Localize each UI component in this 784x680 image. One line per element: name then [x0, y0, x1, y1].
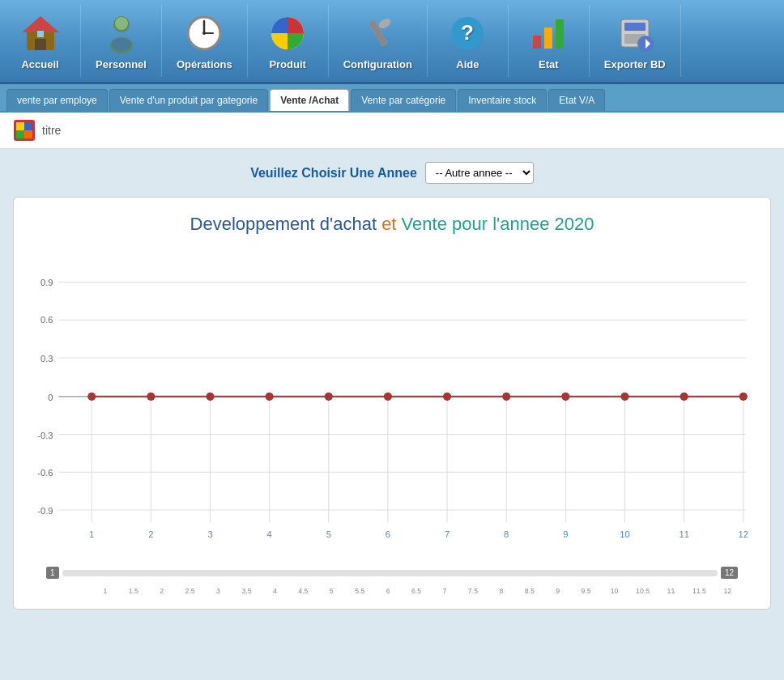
data-point-3 [206, 393, 214, 401]
data-point-1 [87, 393, 96, 401]
scroll-bar-row: 1 12 [30, 567, 754, 579]
nav-configuration[interactable]: Configuration [329, 5, 428, 77]
svg-rect-3 [37, 31, 44, 37]
chart-title-part1: Developpement d'achat [190, 214, 382, 234]
svg-text:12: 12 [739, 529, 748, 539]
svg-text:7: 7 [443, 587, 447, 595]
svg-rect-23 [624, 23, 646, 31]
svg-text:10.5: 10.5 [636, 587, 650, 595]
chart-svg: 0.9 0.6 0.3 0 -0.3 -0.6 -0.9 1 [30, 251, 754, 563]
svg-text:8: 8 [504, 529, 509, 539]
data-point-4 [266, 393, 274, 401]
chart-icon [526, 11, 570, 55]
svg-text:11.5: 11.5 [692, 587, 706, 595]
wrench-icon [356, 11, 399, 55]
svg-rect-20 [544, 28, 552, 49]
chart-svg-wrapper: 0.9 0.6 0.3 0 -0.3 -0.6 -0.9 1 [30, 251, 754, 567]
tab-inventaire-stock[interactable]: Inventaire stock [458, 89, 547, 111]
data-point-12 [739, 393, 748, 401]
svg-text:2.5: 2.5 [185, 587, 195, 595]
svg-text:6.5: 6.5 [411, 587, 421, 595]
nav-exporter-label: Exporter BD [604, 58, 666, 70]
svg-point-16 [377, 17, 393, 31]
svg-text:6: 6 [386, 529, 390, 539]
svg-text:3: 3 [216, 587, 220, 595]
svg-text:1.5: 1.5 [129, 587, 138, 595]
nav-personnel-label: Personnel [96, 58, 147, 70]
tab-vente-categorie[interactable]: Vente par catégorie [351, 89, 456, 111]
svg-rect-21 [556, 19, 564, 49]
tab-etat-va[interactable]: Etat V/A [548, 89, 605, 111]
svg-text:10: 10 [611, 587, 619, 595]
svg-rect-29 [24, 122, 32, 130]
tab-bar: vente par employe Vente d'un produit par… [0, 84, 784, 113]
data-point-5 [325, 393, 333, 401]
svg-text:11: 11 [679, 529, 688, 539]
person-icon [100, 11, 143, 55]
data-point-9 [561, 393, 569, 401]
year-selector-row: Veuillez Choisir Une Annee -- Autre anne… [13, 162, 771, 184]
nav-accueil[interactable]: Accueil [0, 5, 81, 77]
svg-text:12: 12 [723, 587, 731, 595]
nav-produit[interactable]: Produit [248, 5, 329, 77]
svg-text:8: 8 [499, 587, 503, 595]
svg-text:0: 0 [48, 393, 53, 402]
svg-text:0.6: 0.6 [40, 315, 53, 325]
nav-operations[interactable]: Opérations [162, 5, 248, 77]
question-icon: ? [445, 11, 489, 55]
svg-rect-31 [24, 130, 32, 138]
top-nav: Accueil Personnel Opérations [0, 0, 784, 84]
svg-text:9.5: 9.5 [582, 587, 591, 595]
svg-text:7.5: 7.5 [468, 587, 478, 595]
svg-text:5: 5 [330, 587, 334, 595]
sub-header-title: titre [42, 124, 61, 137]
data-point-7 [443, 393, 451, 401]
svg-point-6 [115, 17, 128, 30]
tab-vente-achat[interactable]: Vente /Achat [270, 89, 349, 111]
tab-vente-categorie-produit[interactable]: Vente d'un produit par gategorie [109, 89, 268, 111]
nav-aide[interactable]: ? Aide [428, 5, 509, 77]
svg-rect-30 [16, 130, 24, 138]
svg-point-12 [202, 32, 206, 35]
clock-icon [182, 11, 226, 55]
chart-container: Developpement d'achat et Vente pour l'an… [13, 197, 771, 610]
svg-point-7 [112, 38, 131, 51]
svg-text:4.5: 4.5 [298, 587, 308, 595]
nav-accueil-label: Accueil [21, 58, 58, 70]
nav-exporter[interactable]: Exporter BD [590, 5, 681, 77]
chart-title-part3: Vente pour l'annee 2020 [402, 214, 594, 234]
scroll-track[interactable] [62, 570, 718, 576]
svg-text:2: 2 [148, 529, 153, 539]
pie-icon [266, 11, 309, 55]
svg-text:?: ? [461, 20, 474, 45]
nav-personnel[interactable]: Personnel [81, 5, 162, 77]
nav-etat[interactable]: Etat [509, 5, 590, 77]
data-point-8 [502, 393, 510, 401]
svg-text:1: 1 [89, 529, 94, 539]
nav-configuration-label: Configuration [343, 58, 412, 70]
sub-header-icon [13, 119, 36, 142]
home-icon [19, 11, 62, 55]
svg-text:1: 1 [103, 587, 107, 595]
year-select[interactable]: -- Autre annee -- 2020 2019 2018 2017 [425, 162, 534, 184]
svg-text:4: 4 [267, 529, 272, 539]
year-label: Veuillez Choisir Une Annee [250, 166, 417, 181]
svg-text:6: 6 [386, 587, 390, 595]
chart-title-part2: et [381, 214, 401, 234]
svg-rect-19 [533, 36, 541, 49]
data-point-2 [147, 393, 155, 401]
sub-x-axis: 1 1.5 2 2.5 3 3.5 4 4.5 5 5.5 6 6.5 7 7.… [30, 582, 754, 601]
svg-text:-0.3: -0.3 [37, 431, 53, 440]
svg-rect-28 [16, 122, 24, 130]
svg-text:5.5: 5.5 [355, 587, 364, 595]
svg-text:10: 10 [620, 529, 629, 539]
export-icon [613, 11, 657, 55]
svg-text:-0.6: -0.6 [37, 468, 53, 478]
svg-text:4: 4 [273, 587, 277, 595]
tab-vente-employe[interactable]: vente par employe [6, 89, 108, 111]
nav-operations-label: Opérations [177, 58, 232, 70]
svg-text:5: 5 [326, 529, 331, 539]
scroll-end: 12 [721, 567, 738, 579]
svg-text:8.5: 8.5 [525, 587, 535, 595]
sub-header: titre [0, 113, 784, 149]
